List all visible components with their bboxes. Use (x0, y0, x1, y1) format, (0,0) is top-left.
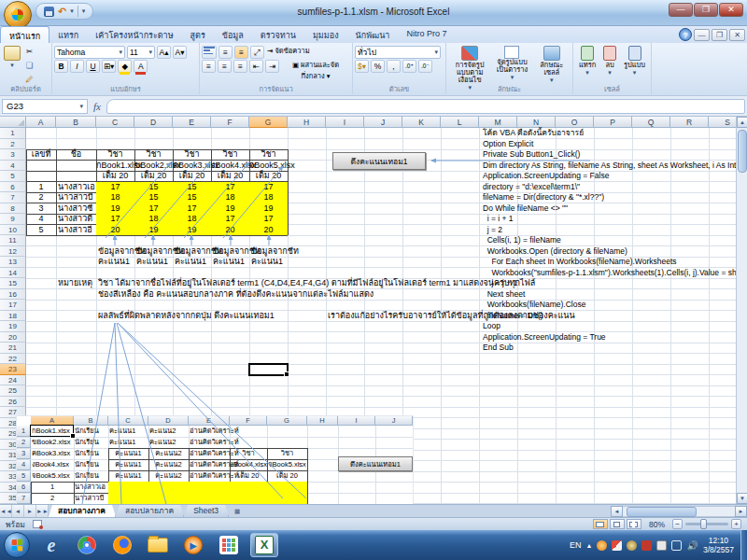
cell-E13[interactable]: คะแนน1 (173, 257, 206, 267)
cell-E4[interactable]: คBook3.xlsx (173, 161, 211, 171)
zoom-slider-thumb[interactable] (700, 519, 707, 529)
workbook-minimize-button[interactable]: — (694, 29, 710, 41)
bold-icon[interactable]: B (54, 60, 68, 73)
taskbar-chrome-icon[interactable] (73, 533, 101, 557)
restore-button[interactable]: ❐ (694, 3, 718, 17)
insert-worksheet-icon[interactable]: ▦ (229, 505, 246, 517)
cell-D6[interactable]: 15 (134, 182, 173, 192)
vba-code-line-4[interactable]: Dim directory As String, fileName As Str… (481, 161, 736, 171)
start-button[interactable] (4, 532, 30, 558)
taskbar-internet-explorer-icon[interactable]: e (37, 533, 65, 557)
cell-G4[interactable]: จBook5.xlsx (249, 161, 288, 171)
tab-formulas[interactable]: สูตร (182, 26, 214, 43)
insert-cells-button[interactable]: แทรก▾ (577, 45, 598, 77)
cell-F13[interactable]: คะแนน1 (211, 257, 245, 267)
vba-code-line-20[interactable]: Application.ScreenUpdating = True (481, 332, 606, 343)
taskbar-media-player-icon[interactable]: ▶ (179, 533, 207, 557)
paste-button[interactable]: ▾ (2, 45, 22, 86)
cell-A6[interactable]: 1 (26, 182, 56, 192)
cell-D5[interactable]: เต็ม 20 (134, 171, 173, 181)
vba-code-line-21[interactable]: End Sub (481, 343, 514, 353)
sheet-tab-final[interactable]: สอบปลายภาค (116, 505, 184, 517)
close-button[interactable]: ✕ (719, 3, 743, 17)
cell-G10[interactable]: 20 (249, 225, 288, 235)
zoom-level[interactable]: 80% (649, 520, 665, 529)
orientation-icon[interactable]: ⤢ (250, 46, 264, 59)
delete-cells-button[interactable]: ลบ▾ (601, 45, 618, 77)
cell-D7[interactable]: 15 (134, 192, 173, 203)
number-format-combo[interactable]: ทั่วไป▾ (355, 46, 441, 59)
wrap-text-button[interactable]: ⇥ จัดข้อความ (266, 46, 311, 59)
cell-G5[interactable]: เต็ม 20 (249, 171, 288, 181)
cell-G6[interactable]: 17 (249, 182, 288, 192)
increase-indent-icon[interactable]: ⇥ (265, 60, 279, 73)
format-cells-button[interactable]: รูปแบบ▾ (622, 45, 647, 77)
view-normal-icon[interactable] (593, 519, 608, 529)
cell-D8[interactable]: 17 (134, 203, 173, 214)
cell-C9[interactable]: 17 (96, 214, 134, 224)
cell-C18[interactable]: ผลลัพธ์ที่ผิดพลาดหลังจากกดปุ่ม ดึงคะแนนเ… (96, 311, 275, 321)
align-bottom-icon[interactable]: ≡ (234, 46, 248, 59)
cell-B10[interactable]: นางสาวอี (56, 225, 92, 235)
vba-code-line-14[interactable]: Workbooks("sumfiles-p-1.1.xlsm").Workshe… (481, 268, 736, 278)
zoom-in-icon[interactable]: + (731, 519, 741, 529)
cell-G9[interactable]: 17 (249, 214, 288, 224)
show-desktop-button[interactable] (740, 530, 747, 560)
worksheet-grid[interactable]: ABCDEFGHIJ1234567กBook1.xlsxนักเรียนคะแน… (0, 117, 736, 504)
cell-A7[interactable]: 2 (26, 192, 56, 203)
vba-code-line-18[interactable]: fileName = Dir() (481, 311, 543, 321)
cell-F3[interactable]: วิชา (211, 149, 249, 160)
cell-F6[interactable]: 17 (211, 182, 249, 192)
cell-F9[interactable]: 17 (211, 214, 249, 224)
vba-code-line-17[interactable]: Workbooks(fileName).Close (481, 300, 585, 310)
cell-G13[interactable]: คะแนน1 (249, 257, 283, 267)
cell-A10[interactable]: 5 (26, 225, 56, 235)
vba-code-line-2[interactable]: Option Explicit (481, 139, 533, 149)
cell-D3[interactable]: วิชา (134, 149, 173, 160)
cell-B7[interactable]: นาวสาวบี (56, 192, 93, 203)
vba-code-line-1[interactable]: โค้ด VBA คือดังนี้ครับอาจารย์ (481, 128, 584, 138)
tab-data[interactable]: ข้อมูล (214, 26, 252, 43)
italic-icon[interactable]: I (70, 60, 84, 73)
vba-code-line-12[interactable]: Workbooks.Open (directory & fileName) (481, 246, 627, 257)
cell-F5[interactable]: เต็ม 20 (211, 171, 249, 181)
vba-code-line-9[interactable]: i = i + 1 (481, 214, 514, 224)
help-icon[interactable]: ? (679, 28, 692, 41)
cell-D4[interactable]: ขBook2.xlsx (134, 161, 173, 171)
cell-B15[interactable]: หมายเหตุ (56, 278, 92, 288)
cell-A9[interactable]: 4 (26, 214, 56, 224)
tray-shield-icon[interactable] (612, 540, 622, 551)
copy-icon[interactable]: ❏ (22, 59, 36, 72)
cell-C6[interactable]: 17 (96, 182, 134, 192)
shrink-font-icon[interactable]: A▾ (173, 46, 187, 59)
pull-scores-term1-button[interactable]: ดึงคะแนนเทอม1 (332, 152, 426, 170)
cell-A3[interactable]: เลขที่ (26, 149, 56, 160)
tray-expand-icon[interactable]: ▲ (585, 542, 592, 549)
increase-decimal-icon[interactable]: .0⁺ (402, 60, 416, 73)
cell-G12[interactable]: ข้อมูลจากชีท (249, 246, 299, 257)
align-middle-icon[interactable]: ≡ (218, 46, 233, 59)
workbook-restore-button[interactable]: ❐ (712, 29, 727, 41)
underline-icon[interactable]: U (86, 60, 100, 73)
vba-code-line-15[interactable]: j = j + 1 (481, 278, 517, 288)
tab-view[interactable]: มุมมอง (304, 26, 347, 43)
vertical-scrollbar[interactable]: ▲ ▼ (736, 117, 747, 504)
zoom-slider[interactable] (685, 523, 728, 525)
align-top-icon[interactable] (202, 46, 217, 59)
fx-icon[interactable]: fx (93, 101, 101, 112)
cell-B8[interactable]: นางสาวซี (56, 203, 92, 214)
volume-icon[interactable]: 🔊 (686, 540, 698, 551)
cell-E9[interactable]: 18 (173, 214, 211, 224)
vba-code-line-11[interactable]: Cells(i, 1) = fileName (481, 235, 561, 245)
horizontal-scroll-thumb[interactable] (627, 507, 697, 517)
vba-code-line-7[interactable]: fileName = Dir(directory & "*.xl??") (481, 192, 604, 203)
vba-code-line-6[interactable]: directory = "d:\excel\term1\" (481, 182, 580, 192)
tab-insert[interactable]: แทรก (49, 26, 87, 43)
view-page-layout-icon[interactable] (610, 519, 625, 529)
cell-C7[interactable]: 18 (96, 192, 134, 203)
cell-B3[interactable]: ชื่อ (56, 149, 96, 160)
cell-F8[interactable]: 19 (211, 203, 249, 214)
cell-C8[interactable]: 19 (96, 203, 134, 214)
formula-input[interactable] (106, 99, 745, 114)
cell-E3[interactable]: วิชา (173, 149, 211, 160)
